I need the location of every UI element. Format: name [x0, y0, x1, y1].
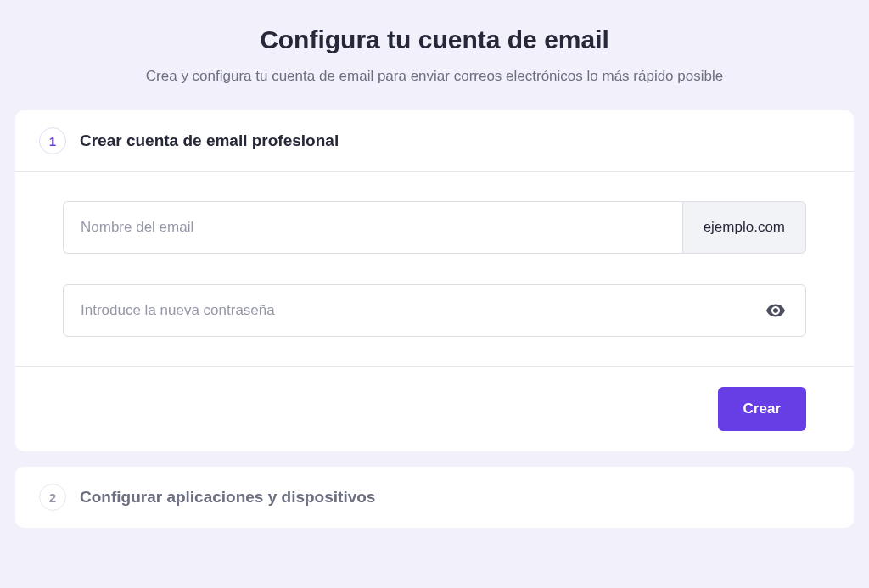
step1-card: 1 Crear cuenta de email profesional ejem…	[15, 110, 854, 451]
eye-icon	[765, 300, 786, 321]
step1-footer: Crear	[15, 366, 854, 451]
page-subtitle: Crea y configura tu cuenta de email para…	[0, 68, 869, 85]
step2-title: Configurar aplicaciones y dispositivos	[80, 488, 375, 507]
email-domain-suffix: ejemplo.com	[682, 201, 806, 254]
step1-header: 1 Crear cuenta de email profesional	[15, 110, 854, 171]
step2-header: 2 Configurar aplicaciones y dispositivos	[15, 467, 854, 528]
step1-title: Crear cuenta de email profesional	[80, 132, 339, 150]
password-wrapper	[63, 284, 806, 337]
step2-badge: 2	[39, 484, 66, 511]
step2-card: 2 Configurar aplicaciones y dispositivos	[15, 467, 854, 528]
password-visibility-toggle[interactable]	[762, 297, 789, 324]
email-input-group: ejemplo.com	[63, 201, 806, 254]
step1-badge: 1	[39, 127, 66, 154]
page-title: Configura tu cuenta de email	[0, 25, 869, 54]
email-name-input[interactable]	[63, 201, 682, 254]
step1-body: ejemplo.com	[15, 171, 854, 366]
create-button[interactable]: Crear	[718, 387, 806, 431]
password-input[interactable]	[63, 284, 806, 337]
